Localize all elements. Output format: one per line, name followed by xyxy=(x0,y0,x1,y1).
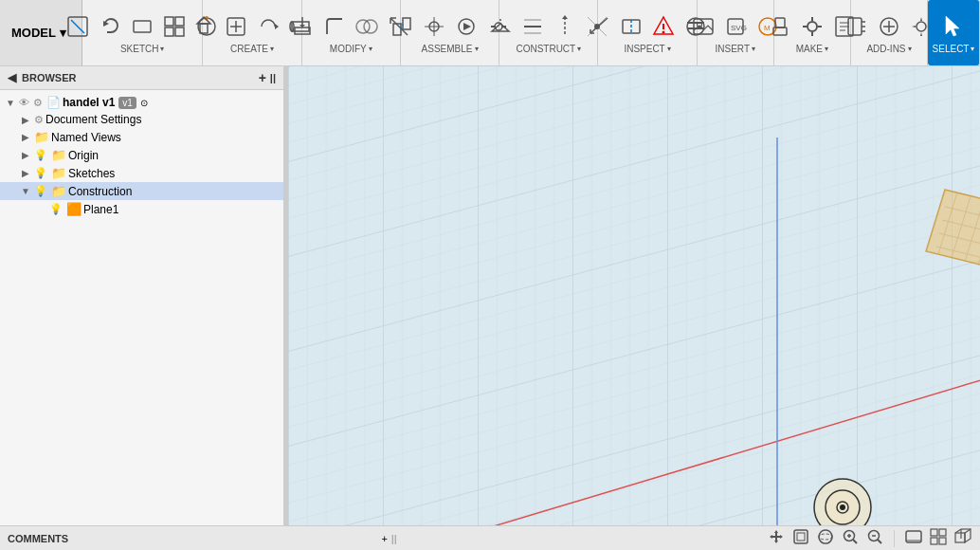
press-pull-icon[interactable] xyxy=(287,11,318,42)
joint-origin-icon[interactable] xyxy=(419,11,449,42)
svg-rect-7 xyxy=(175,28,184,36)
zoom-out-icon[interactable] xyxy=(865,527,884,550)
browser-header: ◀ BROWSER + || xyxy=(0,66,283,90)
svg-line-1 xyxy=(71,20,84,33)
offset-plane-icon[interactable] xyxy=(485,11,516,42)
undo-icon[interactable] xyxy=(95,11,125,42)
svg-point-51 xyxy=(662,31,665,34)
svg-text:SVG: SVG xyxy=(731,24,747,32)
drive-icon[interactable] xyxy=(451,11,481,42)
new-joint-icon[interactable] xyxy=(387,11,417,42)
measure-icon[interactable] xyxy=(584,11,614,42)
root-gear-icon: ⚙ xyxy=(33,97,43,109)
axis-icon[interactable] xyxy=(550,11,580,42)
origin-folder-icon: 📁 xyxy=(51,148,66,162)
svg-rect-55 xyxy=(694,19,713,34)
interference-icon[interactable] xyxy=(648,11,679,42)
plane1-plane-icon: 🟧 xyxy=(66,202,82,216)
sketch-label[interactable]: SKETCH ▾ xyxy=(120,44,165,54)
create-label[interactable]: CREATE ▾ xyxy=(230,44,274,54)
comments-panel-toggle[interactable]: || xyxy=(391,533,397,544)
tree-item-plane1[interactable]: 💡 🟧 Plane1 xyxy=(0,200,283,218)
doc-settings-label: Document Settings xyxy=(45,113,141,126)
rectangle-icon[interactable] xyxy=(127,11,157,42)
svg-marker-110 xyxy=(965,529,971,542)
extrude-icon[interactable] xyxy=(189,11,219,42)
fit-icon[interactable] xyxy=(791,527,810,550)
svg-marker-34 xyxy=(492,24,509,31)
construction-arrow: ▼ xyxy=(19,186,32,196)
construct-label[interactable]: CONSTRUCT ▾ xyxy=(516,44,581,54)
svg-marker-32 xyxy=(463,23,471,30)
orbit-icon[interactable] xyxy=(816,527,835,550)
named-views-label: Named Views xyxy=(51,131,121,144)
addins-label[interactable]: ADD-INS ▾ xyxy=(866,44,911,54)
combine-icon[interactable] xyxy=(352,11,382,42)
new-component-icon[interactable] xyxy=(221,11,251,42)
bottom-icons-bar xyxy=(767,527,972,550)
inspect-arrow: ▾ xyxy=(667,45,671,53)
comments-add-button[interactable]: + xyxy=(381,533,387,544)
insert-image-icon[interactable] xyxy=(688,11,718,42)
sketches-label: Sketches xyxy=(68,167,115,180)
section-analysis-icon[interactable] xyxy=(616,11,646,42)
midplane-icon[interactable] xyxy=(517,11,548,42)
zoom-icon[interactable] xyxy=(841,527,860,550)
addins-icons-row xyxy=(842,11,936,42)
tree-item-construction[interactable]: ▼ 💡 📁 Construction xyxy=(0,182,283,200)
svg-line-44 xyxy=(590,18,608,33)
assemble-label[interactable]: ASSEMBLE ▾ xyxy=(422,44,479,54)
svg-point-20 xyxy=(356,20,370,33)
addins-store-icon[interactable] xyxy=(874,11,904,42)
tree-item-named-views[interactable]: ▶ 📁 Named Views xyxy=(0,128,283,146)
inspect-label[interactable]: INSPECT ▾ xyxy=(624,44,670,54)
tree-item-sketches[interactable]: ▶ 💡 📁 Sketches xyxy=(0,164,283,182)
tree-item-root[interactable]: ▼ 👁 ⚙ 📄 handel v1 v1 ⊙ xyxy=(0,94,283,111)
named-views-arrow: ▶ xyxy=(19,132,32,142)
plane1-label: Plane1 xyxy=(83,203,118,216)
browser-add-button[interactable]: + xyxy=(259,70,266,85)
browser-panel-toggle[interactable]: || xyxy=(270,72,276,83)
assemble-arrow: ▾ xyxy=(475,45,479,53)
svg-marker-15 xyxy=(275,24,279,29)
insert-svg-icon[interactable]: SVG xyxy=(720,11,751,42)
svg-rect-107 xyxy=(931,538,937,544)
revolve-icon[interactable] xyxy=(253,11,283,42)
named-views-folder-icon: 📁 xyxy=(34,130,49,144)
view-cube-icon[interactable] xyxy=(953,527,972,550)
insert-label[interactable]: INSERT ▾ xyxy=(716,44,756,54)
svg-rect-61 xyxy=(773,28,787,35)
scripts-icon[interactable] xyxy=(842,11,872,42)
tree-item-doc-settings[interactable]: ▶ ⚙ Document Settings xyxy=(0,111,283,128)
pan-icon[interactable] xyxy=(767,527,786,550)
manufacture-icon[interactable] xyxy=(797,11,827,42)
origin-label: Origin xyxy=(68,149,99,162)
svg-rect-68 xyxy=(848,18,862,35)
select-label[interactable]: SELECT ▾ xyxy=(933,44,975,54)
svg-rect-105 xyxy=(931,529,937,536)
tree-item-origin[interactable]: ▶ 💡 📁 Origin xyxy=(0,146,283,164)
svg-point-75 xyxy=(916,22,926,31)
svg-marker-40 xyxy=(562,15,568,19)
grid-icon[interactable] xyxy=(159,11,190,42)
root-file-icon: 📄 xyxy=(46,96,61,109)
3d-print-icon[interactable] xyxy=(765,11,795,42)
svg-rect-106 xyxy=(939,529,946,536)
sidebar: ◀ BROWSER + || ▼ 👁 ⚙ 📄 handel v1 v1 ⊙ ▶ … xyxy=(0,66,284,525)
svg-point-95 xyxy=(819,534,832,540)
fillet-icon[interactable] xyxy=(319,11,350,42)
svg-rect-4 xyxy=(165,17,173,26)
display-mode-icon[interactable] xyxy=(904,527,923,550)
select-icon[interactable] xyxy=(938,11,969,42)
modify-label[interactable]: MODIFY ▾ xyxy=(330,44,372,54)
svg-line-97 xyxy=(853,540,857,543)
svg-point-21 xyxy=(364,20,377,33)
sketch-edit-icon[interactable] xyxy=(63,11,93,42)
grid-display-icon[interactable] xyxy=(929,527,948,550)
svg-marker-10 xyxy=(197,17,210,24)
sidebar-collapse-button[interactable]: ◀ xyxy=(8,71,16,84)
comments-label: COMMENTS xyxy=(8,533,377,544)
modify-arrow: ▾ xyxy=(369,45,372,53)
make-label[interactable]: MAKE ▾ xyxy=(796,44,828,54)
viewport[interactable] xyxy=(288,66,980,525)
